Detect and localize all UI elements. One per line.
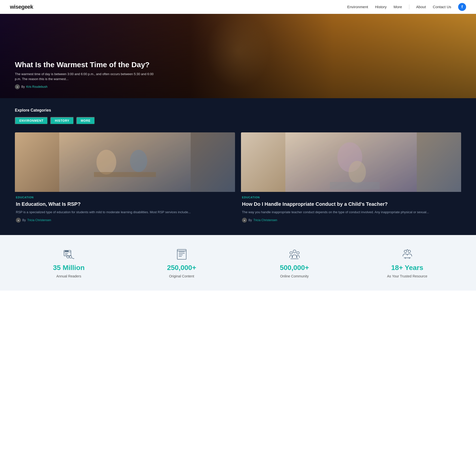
svg-rect-4 — [94, 172, 156, 177]
stat-number-content: 250,000+ — [167, 264, 196, 272]
article-card-1: EDUCATION In Education, What Is RSP? RSP… — [15, 132, 235, 225]
card-title-2[interactable]: How Do I Handle Inappropriate Conduct by… — [242, 201, 460, 207]
svg-point-3 — [130, 150, 147, 172]
svg-point-2 — [96, 150, 116, 175]
nav-more[interactable]: More — [393, 5, 402, 9]
by-1: By — [22, 218, 26, 222]
stat-content: 250,000+ Original Content — [128, 247, 236, 278]
author-link-1[interactable]: Tricia Christensen — [27, 218, 51, 222]
stat-label-readers: Annual Readers — [56, 274, 81, 278]
facebook-icon[interactable]: f — [458, 3, 466, 11]
avatar-2: ● — [242, 218, 247, 223]
stat-label-community: Online Community — [280, 274, 309, 278]
tag-more[interactable]: MORE — [76, 117, 95, 124]
card-category-1: EDUCATION — [16, 196, 234, 199]
logo[interactable]: wisegeek — [10, 4, 33, 10]
nav-about[interactable]: About — [416, 5, 426, 9]
svg-point-7 — [349, 161, 366, 183]
nav-history[interactable]: History — [375, 5, 387, 9]
svg-point-26 — [297, 252, 299, 254]
card-author-1: ● By Tricia Christensen — [16, 218, 234, 223]
svg-point-11 — [65, 251, 66, 252]
by-2: By — [248, 218, 252, 222]
community-icon — [288, 247, 301, 261]
hero-excerpt: The warmest time of day is between 3:00 … — [15, 72, 159, 81]
stats-section: 35 Million Annual Readers 250,000+ Origi… — [0, 235, 476, 291]
nav-contact[interactable]: Contact Us — [433, 5, 451, 9]
stat-number-readers: 35 Million — [53, 264, 85, 272]
main-nav: wisegeek Environment History More About … — [0, 0, 476, 14]
card-category-2: EDUCATION — [242, 196, 460, 199]
hero-figure — [206, 14, 270, 88]
stat-label-years: As Your Trusted Resource — [387, 274, 427, 278]
nav-divider — [409, 4, 409, 9]
readers-icon — [62, 247, 76, 261]
card-author-2: ● By Tricia Christensen — [242, 218, 460, 223]
stat-community: 500,000+ Online Community — [240, 247, 348, 278]
nav-links: Environment History More About Contact U… — [347, 3, 466, 11]
svg-point-25 — [290, 252, 292, 254]
articles-grid: EDUCATION In Education, What Is RSP? RSP… — [15, 132, 461, 225]
categories-section: Explore Categories ENVIRONMENT HISTORY M… — [0, 98, 476, 235]
hero-author-link[interactable]: Kris Roudebush — [26, 85, 47, 89]
tag-environment[interactable]: ENVIRONMENT — [15, 117, 48, 124]
card-excerpt-2: The way you handle inappropriate teacher… — [242, 210, 460, 215]
svg-point-12 — [66, 251, 67, 252]
hero-title: What Is the Warmest Time of the Day? — [15, 60, 159, 69]
stat-number-years: 18+ Years — [391, 264, 423, 272]
card-body-1: EDUCATION In Education, What Is RSP? RSP… — [15, 192, 235, 225]
categories-title: Explore Categories — [15, 108, 461, 113]
article-card-2: EDUCATION How Do I Handle Inappropriate … — [241, 132, 461, 225]
svg-point-24 — [293, 250, 296, 253]
card-excerpt-1: RSP is a specialized type of education f… — [16, 210, 234, 215]
stat-readers: 35 Million Annual Readers — [15, 247, 123, 278]
author-link-2[interactable]: Tricia Christensen — [253, 218, 277, 222]
by-label: By — [21, 85, 25, 89]
card-title-1[interactable]: In Education, What Is RSP? — [16, 201, 234, 207]
svg-rect-8 — [330, 182, 380, 189]
nav-environment[interactable]: Environment — [347, 5, 368, 9]
avatar-1: ● — [16, 218, 21, 223]
card-body-2: EDUCATION How Do I Handle Inappropriate … — [241, 192, 461, 225]
svg-point-28 — [404, 250, 407, 253]
card-image-2 — [241, 132, 461, 192]
avatar: ● — [15, 84, 20, 89]
svg-point-29 — [408, 250, 411, 253]
svg-point-13 — [67, 251, 68, 252]
stat-number-community: 500,000+ — [280, 264, 309, 272]
years-icon — [400, 247, 414, 261]
card-image-1 — [15, 132, 235, 192]
stat-years: 18+ Years As Your Trusted Resource — [353, 247, 461, 278]
category-tags: ENVIRONMENT HISTORY MORE — [15, 117, 461, 124]
stat-label-content: Original Content — [169, 274, 194, 278]
tag-history[interactable]: HISTORY — [50, 117, 74, 124]
content-icon — [175, 247, 189, 261]
hero-author: ● By Kris Roudebush — [15, 84, 159, 89]
hero-section: What Is the Warmest Time of the Day? The… — [0, 14, 476, 98]
hero-content: What Is the Warmest Time of the Day? The… — [0, 60, 174, 98]
svg-rect-1 — [59, 132, 191, 192]
